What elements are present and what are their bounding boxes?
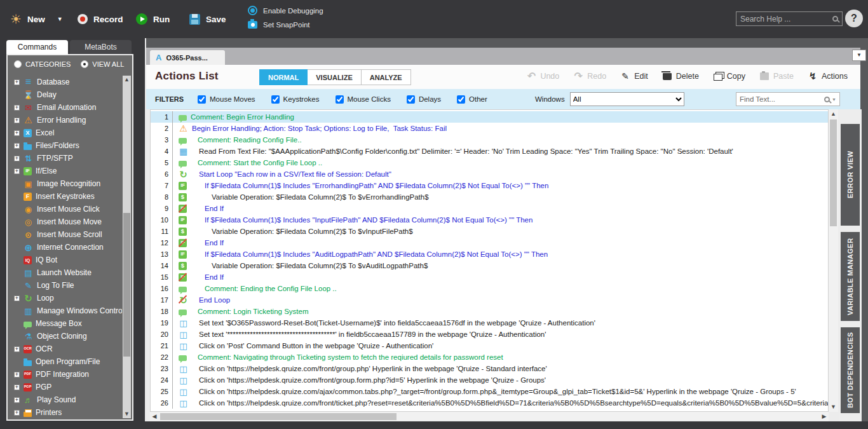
- sidebar-item[interactable]: Manage Windows Controls: [9, 304, 122, 317]
- toolbar-button[interactable]: Copy: [714, 72, 745, 81]
- filter-checkbox[interactable]: [336, 95, 344, 104]
- sidebar-item[interactable]: Delay: [9, 88, 122, 101]
- sidebar-item[interactable]: Printers: [9, 406, 122, 419]
- tab-commands[interactable]: Commands: [6, 40, 68, 54]
- variable-manager-tab[interactable]: VARIABLE MANAGER: [841, 232, 860, 321]
- find-search-icon[interactable]: [824, 97, 830, 102]
- find-text-input[interactable]: [740, 95, 824, 103]
- sidebar-item[interactable]: FTP/SFTP: [9, 152, 122, 165]
- sidebar-item[interactable]: Error Handling: [9, 114, 122, 126]
- list-horizontal-scrollbar[interactable]: ◀ ▶: [150, 412, 829, 421]
- sidebar-item[interactable]: Files/Folders: [9, 139, 122, 152]
- action-row[interactable]: 23 Click on 'https://helpdesk.qruize.com…: [151, 363, 828, 374]
- sidebar-item[interactable]: Internet Connection: [9, 241, 122, 254]
- sidebar-item[interactable]: Insert Mouse Click: [9, 203, 122, 215]
- sidebar-item[interactable]: OCR: [9, 343, 122, 355]
- filter-checkbox[interactable]: [271, 95, 280, 104]
- filter-checkbox-item[interactable]: Delays: [407, 95, 441, 104]
- action-row[interactable]: 1 Comment: Begin Error Handling: [151, 111, 828, 123]
- expand-plus-icon[interactable]: [14, 143, 20, 149]
- toolbar-button[interactable]: Paste: [760, 72, 794, 81]
- sidebar-item[interactable]: Object Cloning: [9, 330, 122, 343]
- sidebar-item[interactable]: Play Sound: [9, 393, 122, 406]
- filter-checkbox-item[interactable]: Other: [457, 95, 487, 104]
- sidebar-scroll-thumb[interactable]: [123, 213, 130, 357]
- list-vscroll-thumb[interactable]: [830, 119, 837, 226]
- sidebar-item[interactable]: Insert Mouse Scroll: [9, 228, 122, 241]
- find-options-caret-icon[interactable]: ▼: [832, 97, 836, 102]
- view-mode-button[interactable]: ANALYZE: [362, 69, 411, 85]
- tab-list-dropdown-button[interactable]: ▼: [852, 50, 866, 61]
- action-row[interactable]: 11 Variable Operation: $Filedata Column(…: [151, 226, 828, 237]
- sidebar-item[interactable]: [9, 419, 122, 419]
- sidebar-item[interactable]: Database: [9, 76, 122, 88]
- action-row[interactable]: 5 Comment: Start the Config File Loop ..: [151, 157, 828, 168]
- expand-plus-icon[interactable]: [14, 79, 20, 85]
- filter-checkbox-item[interactable]: Mouse Moves: [198, 95, 255, 104]
- action-row[interactable]: 19 Set text '$O365Password-Reset-Bot(Tic…: [151, 317, 828, 329]
- filter-checkbox-item[interactable]: Keystrokes: [271, 95, 320, 104]
- scroll-down-icon[interactable]: ▼: [123, 410, 131, 418]
- action-row[interactable]: 17 End Loop: [151, 294, 828, 306]
- sidebar-item[interactable]: PGP: [9, 381, 122, 393]
- windows-select[interactable]: All: [570, 92, 684, 106]
- action-row[interactable]: 16 Comment: Ending the Config File Loop …: [151, 283, 828, 294]
- action-row[interactable]: 7 If $Filedata Column(1)$ Includes "Erro…: [151, 180, 828, 191]
- action-row[interactable]: 2 Begin Error Handling; Action: Stop Tas…: [151, 123, 828, 134]
- sidebar-item[interactable]: Email Automation: [9, 101, 122, 114]
- expand-plus-icon[interactable]: [14, 156, 20, 161]
- expand-plus-icon[interactable]: [14, 168, 20, 174]
- tab-metabots[interactable]: MetaBots: [70, 40, 132, 54]
- toolbar-button[interactable]: Edit: [621, 71, 648, 81]
- action-row[interactable]: 4 Read From Text File: "$AAApplicationPa…: [151, 146, 828, 157]
- action-row[interactable]: 6 Start Loop "Each row in a CSV/Text fil…: [151, 168, 828, 180]
- sidebar-item[interactable]: Message Box: [9, 317, 122, 330]
- sidebar-item[interactable]: Open Program/File: [9, 355, 122, 368]
- action-row[interactable]: 20 Set text '***************************…: [151, 329, 828, 340]
- view-all-radio-circle[interactable]: [81, 60, 88, 68]
- new-dropdown-caret-icon[interactable]: ▼: [57, 16, 63, 22]
- expand-plus-icon[interactable]: [14, 372, 20, 378]
- list-hscroll-thumb[interactable]: [160, 413, 397, 420]
- sidebar-item[interactable]: If/Else: [9, 165, 122, 177]
- view-mode-button[interactable]: NORMAL: [259, 69, 308, 85]
- help-button[interactable]: ?: [845, 10, 863, 27]
- bot-dependencies-tab[interactable]: BOT DEPENDENCIES: [841, 327, 860, 413]
- expand-plus-icon[interactable]: [14, 296, 20, 301]
- expand-plus-icon[interactable]: [14, 385, 20, 390]
- sidebar-scrollbar[interactable]: ▲ ▼: [123, 76, 131, 418]
- filter-checkbox[interactable]: [407, 95, 415, 104]
- scroll-up-icon[interactable]: ▲: [123, 76, 131, 84]
- action-row[interactable]: 21 Click on 'Post' Command Button in the…: [151, 340, 828, 351]
- toolbar-button[interactable]: Actions: [808, 71, 848, 82]
- set-snappoint-button[interactable]: Set SnapPoint: [248, 21, 310, 29]
- sidebar-item[interactable]: IQ Bot: [9, 254, 122, 266]
- enable-debugging-button[interactable]: Enable Debugging: [248, 6, 323, 15]
- sidebar-item[interactable]: Insert Mouse Move: [9, 215, 122, 228]
- toolbar-button[interactable]: Undo: [527, 70, 559, 82]
- error-view-tab[interactable]: ERROR VIEW: [841, 124, 860, 226]
- filter-checkbox[interactable]: [198, 95, 206, 104]
- action-row[interactable]: 14 Variable Operation: $Filedata Column(…: [151, 260, 828, 271]
- action-row[interactable]: 13 If $Filedata Column(1)$ Includes "Aud…: [151, 249, 828, 260]
- sidebar-item[interactable]: Insert Keystrokes: [9, 190, 122, 203]
- filter-checkbox-item[interactable]: Mouse Clicks: [336, 95, 391, 104]
- record-button[interactable]: Record: [78, 0, 123, 38]
- help-search-input[interactable]: [740, 15, 832, 24]
- action-row[interactable]: 24 Click on 'https://helpdesk.qruize.com…: [151, 374, 828, 386]
- sidebar-item[interactable]: Log To File: [9, 279, 122, 292]
- sidebar-item[interactable]: Excel: [9, 126, 122, 139]
- action-row[interactable]: 9 End If: [151, 203, 828, 214]
- search-icon[interactable]: [832, 16, 838, 22]
- list-vertical-scrollbar[interactable]: ▲ ▼: [829, 109, 838, 412]
- toolbar-button[interactable]: Delete: [663, 72, 699, 81]
- action-row[interactable]: 18 Comment: Login Ticketing System: [151, 306, 828, 317]
- action-row[interactable]: 26 Click on 'https://helpdesk.qruize.com…: [151, 397, 828, 409]
- run-button[interactable]: Run: [136, 0, 170, 38]
- view-mode-button[interactable]: VISUALIZE: [308, 69, 361, 85]
- expand-plus-icon[interactable]: [14, 118, 20, 123]
- action-row[interactable]: 15 End If: [151, 271, 828, 283]
- sidebar-item[interactable]: Launch Website: [9, 266, 122, 279]
- document-tab[interactable]: A O365-Pass...: [150, 50, 225, 65]
- expand-plus-icon[interactable]: [14, 410, 20, 416]
